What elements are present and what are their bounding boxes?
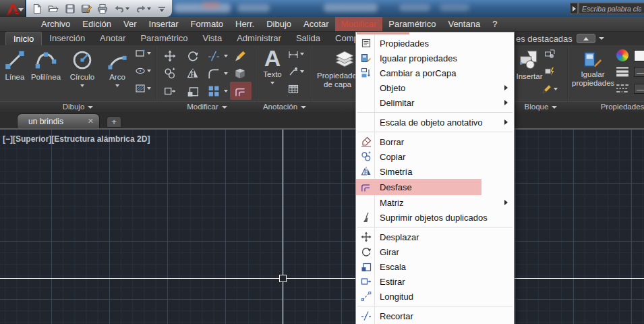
- arc-button[interactable]: Arco: [102, 47, 133, 89]
- menu-item-cambiar-a-porcapa[interactable]: Cambiar a porCapa: [356, 65, 514, 80]
- menu-item-desfase[interactable]: Desfase: [356, 179, 481, 195]
- rectangle-button[interactable]: [135, 48, 151, 59]
- undo-button[interactable]: [112, 2, 131, 16]
- menu-item-estirar[interactable]: Estirar: [356, 274, 514, 289]
- color-swatch-dropdown[interactable]: [634, 50, 644, 61]
- block-attributes-button[interactable]: [544, 66, 555, 77]
- mirror-button[interactable]: [183, 65, 202, 82]
- plot-button[interactable]: [96, 2, 110, 16]
- ribbon-tab-parametrico[interactable]: Paramétrico: [133, 32, 195, 45]
- text-button[interactable]: A Texto: [260, 47, 285, 86]
- move-button[interactable]: [160, 48, 179, 64]
- scale-button[interactable]: [183, 83, 202, 99]
- chevron-down-icon[interactable]: [300, 53, 304, 55]
- menubar-item-formato[interactable]: Formato: [185, 17, 229, 31]
- erase-button[interactable]: [231, 48, 250, 64]
- chevron-down-icon[interactable]: [270, 82, 274, 84]
- menu-item-copiar[interactable]: Copiar: [356, 149, 514, 164]
- application-menu-button[interactable]: [0, 0, 26, 17]
- close-icon[interactable]: ✕: [88, 117, 94, 126]
- chevron-down-icon[interactable]: [224, 72, 228, 75]
- linetype-button[interactable]: [616, 83, 629, 97]
- menubar-item-ventana[interactable]: Ventana: [442, 17, 486, 31]
- circle-button[interactable]: Círculo: [64, 47, 100, 89]
- trim-button[interactable]: [204, 48, 223, 64]
- file-tab-un-brindis[interactable]: un brindis ✕: [17, 113, 100, 128]
- infocenter-search-button[interactable]: [570, 3, 578, 14]
- menu-item-objeto[interactable]: Objeto: [356, 80, 514, 95]
- drawing-area[interactable]: [−][Superior][Estructura alámbrica 2D]: [0, 130, 644, 324]
- lineweight-button[interactable]: [616, 66, 629, 80]
- bloque-panel-label[interactable]: Bloque: [515, 102, 567, 111]
- dibujo-panel-label[interactable]: Dibujo: [0, 102, 156, 111]
- menubar-item-ayuda[interactable]: ?: [486, 17, 503, 31]
- ribbon-tab-insercion[interactable]: Inserción: [42, 32, 92, 45]
- menubar-item-archivo[interactable]: Archivo: [35, 17, 76, 31]
- menu-item-matriz[interactable]: Matriz: [356, 195, 514, 210]
- array-button[interactable]: [204, 83, 223, 99]
- ribbon-tab-anotar[interactable]: Anotar: [92, 32, 133, 45]
- ribbon-tab-salida[interactable]: Salida: [289, 32, 328, 45]
- new-drawing-tab-button[interactable]: +: [107, 116, 121, 128]
- minimize-ribbon-button[interactable]: [577, 34, 595, 43]
- explode-button[interactable]: [231, 65, 250, 82]
- chevron-down-icon[interactable]: [147, 70, 151, 72]
- menu-item-escala[interactable]: Escala: [356, 259, 514, 274]
- menubar-item-acotar[interactable]: Acotar: [297, 17, 335, 31]
- ribbon-tab-vista[interactable]: Vista: [196, 32, 230, 45]
- modificar-panel-label[interactable]: Modificar: [157, 102, 257, 111]
- lineweight-dropdown[interactable]: —: [634, 67, 644, 77]
- menubar-item-herr[interactable]: Herr.: [229, 17, 260, 31]
- menubar-item-modificar[interactable]: Modificar: [335, 17, 383, 31]
- anotacion-panel-label[interactable]: Anotación: [258, 102, 311, 111]
- save-button[interactable]: [63, 2, 77, 16]
- insert-block-button[interactable]: Insertar: [516, 47, 543, 80]
- line-button[interactable]: Línea: [1, 47, 28, 81]
- menu-item-igualar-propiedades[interactable]: Igualar propiedades: [356, 51, 514, 65]
- redo-button[interactable]: [134, 2, 153, 16]
- ribbon-tab-aplicaciones-destacadas[interactable]: es destacadas: [516, 34, 573, 44]
- match-properties-button[interactable]: Igualar propiedades: [572, 47, 614, 87]
- viewport-controls-label[interactable]: [−][Superior][Estructura alámbrica 2D]: [3, 134, 150, 144]
- save-as-button[interactable]: [79, 2, 93, 16]
- ribbon-tab-inicio[interactable]: Inicio: [5, 32, 42, 45]
- customize-qat-button[interactable]: [156, 2, 169, 16]
- menu-item-borrar[interactable]: Borrar: [356, 134, 514, 149]
- menubar-item-parametrico[interactable]: Paramétrico: [382, 17, 442, 31]
- chevron-down-icon[interactable]: [599, 37, 604, 40]
- menu-item-delimitar[interactable]: Delimitar: [356, 95, 514, 110]
- new-file-button[interactable]: [30, 2, 44, 16]
- menu-item-propiedades[interactable]: Propiedades: [356, 36, 514, 51]
- propiedades-panel-label[interactable]: Propiedades: [568, 102, 644, 111]
- chevron-down-icon[interactable]: [300, 70, 304, 73]
- block-editor-button[interactable]: [541, 84, 558, 94]
- chevron-down-icon[interactable]: [115, 84, 119, 87]
- leader-button[interactable]: [288, 66, 304, 77]
- open-file-button[interactable]: [46, 2, 60, 16]
- chevron-down-icon[interactable]: [147, 52, 151, 55]
- chevron-down-icon[interactable]: [80, 84, 84, 87]
- create-block-button[interactable]: [544, 49, 555, 59]
- object-color-button[interactable]: [616, 49, 628, 61]
- menubar-item-dibujo[interactable]: Dibujo: [260, 17, 297, 31]
- linetype-dropdown[interactable]: —: [634, 84, 644, 94]
- dimension-button[interactable]: [288, 49, 304, 59]
- copy-button[interactable]: [160, 65, 179, 82]
- menubar-item-edicion[interactable]: Edición: [76, 17, 117, 31]
- stretch-button[interactable]: [160, 83, 179, 99]
- rotate-button[interactable]: [183, 48, 202, 64]
- menu-item-girar[interactable]: Girar: [356, 244, 514, 259]
- menu-item-escala-objeto-anotativo[interactable]: Escala de objeto anotativo: [356, 115, 514, 130]
- menu-item-longitud[interactable]: Longitud: [356, 289, 514, 304]
- infocenter-search-input[interactable]: [579, 3, 644, 14]
- chevron-down-icon[interactable]: [147, 87, 151, 90]
- menubar-item-ver[interactable]: Ver: [117, 17, 143, 31]
- table-button[interactable]: [288, 84, 299, 94]
- chevron-down-icon[interactable]: [125, 7, 129, 10]
- chevron-down-icon[interactable]: [554, 88, 558, 90]
- chevron-down-icon[interactable]: [224, 55, 228, 57]
- ribbon-tab-administrar[interactable]: Administrar: [229, 32, 289, 45]
- menu-item-desplazar[interactable]: Desplazar: [356, 230, 514, 244]
- offset-button[interactable]: [230, 82, 252, 100]
- hatch-button[interactable]: [135, 83, 151, 94]
